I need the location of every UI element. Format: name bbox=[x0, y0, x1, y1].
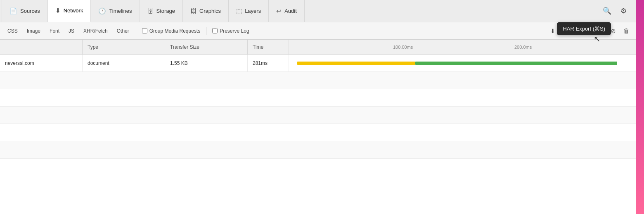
storage-icon: 🗄 bbox=[147, 7, 154, 14]
search-button[interactable]: 🔍 bbox=[599, 4, 614, 19]
preserve-log-label: Preserve Log bbox=[220, 28, 249, 34]
settings-icon: ⚙ bbox=[620, 7, 627, 15]
table-row-empty-4[interactable] bbox=[0, 124, 636, 141]
tab-storage[interactable]: 🗄 Storage bbox=[140, 0, 183, 22]
table-header: Type Transfer Size Time 100.00ms 200.0ms bbox=[0, 40, 636, 55]
filter-xhr-fetch[interactable]: XHR/Fetch bbox=[79, 27, 112, 35]
nav-right-icons: 🔍 ⚙ bbox=[596, 4, 634, 19]
layers-icon: ⬚ bbox=[236, 7, 242, 15]
group-media-requests-label: Group Media Requests bbox=[149, 28, 200, 34]
filter-js[interactable]: JS bbox=[64, 27, 78, 35]
right-sidebar-gradient bbox=[636, 0, 644, 214]
filter-css[interactable]: CSS bbox=[3, 27, 22, 35]
tab-network-label: Network bbox=[64, 7, 83, 14]
audit-icon: ↩ bbox=[276, 7, 282, 15]
table-row[interactable]: neverssl.com document 1.55 KB 281ms bbox=[0, 55, 636, 72]
tab-storage-label: Storage bbox=[156, 8, 175, 14]
td-type-0: document bbox=[83, 55, 165, 71]
preserve-log-checkbox[interactable]: Preserve Log bbox=[212, 28, 249, 34]
tab-timelines-label: Timelines bbox=[109, 8, 132, 14]
tab-sources-label: Sources bbox=[20, 8, 40, 14]
settings-button[interactable]: ⚙ bbox=[616, 4, 631, 19]
th-transfer-size[interactable]: Transfer Size bbox=[165, 40, 248, 54]
filter-bar: CSS Image Font JS XHR/Fetch Other Group … bbox=[0, 22, 636, 40]
th-time[interactable]: Time bbox=[248, 40, 289, 54]
trash-icon-btn[interactable]: 🗑 bbox=[620, 25, 632, 37]
har-export-tooltip: HAR Export (⌘S) bbox=[557, 22, 611, 35]
tab-audit-label: Audit bbox=[284, 8, 297, 14]
table-row-empty-5[interactable] bbox=[0, 141, 636, 159]
th-name bbox=[0, 40, 83, 54]
clear-icon: ⊘ bbox=[611, 27, 616, 35]
tab-timelines[interactable]: 🕐 Timelines bbox=[91, 0, 140, 22]
tab-graphics-label: Graphics bbox=[199, 8, 221, 14]
search-icon: 🔍 bbox=[603, 7, 611, 15]
table-row-empty-1[interactable] bbox=[0, 72, 636, 89]
th-type[interactable]: Type bbox=[83, 40, 165, 54]
filter-separator-1 bbox=[136, 27, 136, 35]
filter-other[interactable]: Other bbox=[113, 27, 133, 35]
waterfall-yellow-0 bbox=[297, 62, 415, 65]
network-icon: ⬇ bbox=[55, 7, 61, 14]
har-export-text: HAR Export (⌘S) bbox=[563, 26, 605, 32]
td-name-0: neverssl.com bbox=[0, 55, 83, 71]
tab-layers-label: Layers bbox=[245, 8, 261, 14]
waterfall-label-2: 200.0ms bbox=[514, 45, 532, 50]
filter-font[interactable]: Font bbox=[45, 27, 64, 35]
tab-network[interactable]: ⬇ Network bbox=[48, 0, 91, 22]
table-body: neverssl.com document 1.55 KB 281ms bbox=[0, 55, 636, 214]
group-media-requests-checkbox[interactable]: Group Media Requests bbox=[142, 28, 200, 34]
import-icon: ⬇ bbox=[550, 28, 555, 34]
waterfall-header: 100.00ms 200.0ms bbox=[289, 40, 636, 54]
waterfall-label-1: 100.00ms bbox=[393, 45, 413, 50]
td-waterfall-0 bbox=[289, 55, 636, 71]
td-time-0: 281ms bbox=[248, 55, 289, 71]
filter-image[interactable]: Image bbox=[23, 27, 45, 35]
filter-separator-2 bbox=[206, 27, 206, 35]
waterfall-bars-0 bbox=[294, 61, 631, 66]
preserve-log-input[interactable] bbox=[212, 28, 218, 33]
th-waterfall: 100.00ms 200.0ms bbox=[289, 40, 636, 54]
group-media-requests-input[interactable] bbox=[142, 28, 147, 33]
top-nav: 📄 Sources ⬇ Network 🕐 Timelines 🗄 Storag… bbox=[0, 0, 636, 22]
timelines-icon: 🕐 bbox=[98, 7, 106, 15]
table-row-empty-3[interactable] bbox=[0, 107, 636, 124]
tab-graphics[interactable]: 🖼 Graphics bbox=[183, 0, 229, 22]
waterfall-green-0 bbox=[415, 62, 618, 65]
network-table: Type Transfer Size Time 100.00ms 200.0ms… bbox=[0, 40, 636, 214]
table-row-empty-2[interactable] bbox=[0, 89, 636, 107]
tab-audit[interactable]: ↩ Audit bbox=[269, 0, 305, 22]
tab-sources[interactable]: 📄 Sources bbox=[2, 0, 48, 22]
td-size-0: 1.55 KB bbox=[165, 55, 248, 71]
trash-icon: 🗑 bbox=[623, 27, 630, 34]
sources-icon: 📄 bbox=[9, 7, 17, 15]
graphics-icon: 🖼 bbox=[190, 7, 197, 14]
tab-layers[interactable]: ⬚ Layers bbox=[229, 0, 269, 22]
